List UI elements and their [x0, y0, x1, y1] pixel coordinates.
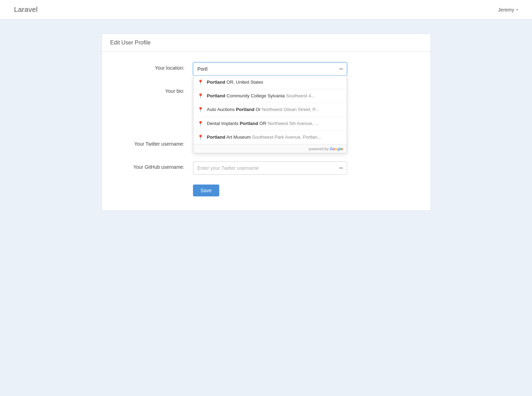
chevron-down-icon: ▾: [516, 8, 518, 12]
location-group: Your location: ✏ 📍 Portland OR, United S…: [116, 62, 416, 76]
autocomplete-item-0[interactable]: 📍 Portland OR, United States: [193, 76, 347, 89]
google-o2: o: [335, 147, 338, 151]
autocomplete-item-3[interactable]: 📍 Dental Implants Portland OR Northwest …: [193, 117, 347, 131]
user-menu[interactable]: Jeremy ▾: [498, 7, 518, 13]
card-header: Edit User Profile: [102, 34, 430, 52]
card-body: Your location: ✏ 📍 Portland OR, United S…: [102, 52, 430, 210]
google-g: G: [330, 147, 333, 151]
save-button[interactable]: Save: [193, 185, 220, 196]
pin-icon-3: 📍: [198, 121, 203, 126]
pin-icon-0: 📍: [198, 79, 203, 85]
brand-logo: Laravel: [14, 6, 38, 14]
powered-by-text: powered by: [309, 147, 329, 151]
github-label: Your GitHub username:: [116, 161, 193, 170]
page-wrapper: Edit User Profile Your location: ✏ 📍 Por…: [95, 34, 438, 211]
bio-label: Your bio:: [116, 85, 193, 94]
location-input-wrapper: ✏ 📍 Portland OR, United States 📍: [193, 62, 347, 76]
autocomplete-item-2[interactable]: 📍 Auto Auctions Portland Or Northwest Gl…: [193, 103, 347, 117]
pin-icon-2: 📍: [198, 107, 203, 112]
location-label: Your location:: [116, 62, 193, 71]
save-button-wrapper: Save: [116, 185, 416, 196]
autocomplete-item-4[interactable]: 📍 Portland Art Museum Southwest Park Ave…: [193, 131, 347, 144]
edit-profile-card: Edit User Profile Your location: ✏ 📍 Por…: [102, 34, 431, 211]
autocomplete-text-3: Dental Implants Portland OR Northwest 5t…: [207, 120, 343, 127]
google-branding: powered by Google: [193, 144, 347, 153]
autocomplete-dropdown: 📍 Portland OR, United States 📍 Portland …: [193, 76, 347, 153]
autocomplete-text-1: Portland Community College Sylvania Sout…: [207, 93, 343, 99]
navbar: Laravel Jeremy ▾: [0, 0, 532, 20]
location-input[interactable]: [193, 62, 347, 76]
twitter-label: Your Twitter username:: [116, 138, 193, 147]
autocomplete-text-4: Portland Art Museum Southwest Park Avenu…: [207, 134, 343, 140]
user-name: Jeremy: [498, 7, 514, 13]
pin-icon-4: 📍: [198, 134, 203, 140]
autocomplete-text-2: Auto Auctions Portland Or Northwest Glis…: [207, 106, 343, 113]
pin-icon-1: 📍: [198, 93, 203, 99]
google-o1: o: [333, 147, 335, 151]
autocomplete-item-1[interactable]: 📍 Portland Community College Sylvania So…: [193, 89, 347, 103]
autocomplete-text-0: Portland OR, United States: [207, 79, 343, 85]
google-e: e: [341, 147, 343, 151]
github-input-wrapper: ✏: [193, 161, 347, 175]
github-input[interactable]: [193, 161, 347, 175]
github-group: Your GitHub username: ✏: [116, 161, 416, 175]
card-title: Edit User Profile: [110, 40, 151, 46]
